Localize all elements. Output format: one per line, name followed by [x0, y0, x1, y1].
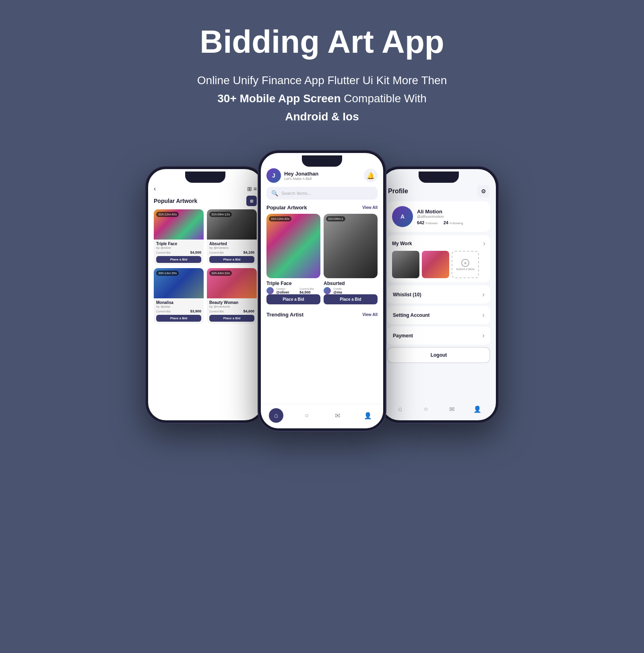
submit-work-box[interactable]: + Submit a Work — [452, 251, 479, 278]
search-bar[interactable]: 🔍 Search Items... — [266, 187, 378, 200]
center-art-details-absurted: Creato @ma — [333, 287, 378, 294]
center-creator-row-absurted: Creato @ma — [324, 287, 378, 294]
artwork-card-beauty-woman[interactable]: 32h:44m:32s Beauty Woman by @mantunis Cu… — [207, 268, 257, 324]
followers-count: 642 — [417, 220, 424, 225]
user-info: J Hey Jonathan Let's Make A Bid! — [266, 168, 318, 183]
popular-title: Popular Artwork — [266, 205, 307, 211]
my-work-chevron[interactable] — [483, 239, 485, 248]
trending-section-header: Trending Artist View All — [261, 309, 383, 318]
center-timer-absurted: 31h:09m:1 — [326, 216, 345, 221]
right-screen: Profile ⚙ A Ali Motion @alihusnimotion 6… — [382, 169, 496, 420]
center-card-img-absurted: 31h:09m:1 — [324, 214, 378, 278]
bid-label-triple: Current Bid — [156, 251, 170, 254]
center-creator-val-triple: @oliver — [276, 290, 297, 294]
artwork-title-absurted: Absurted — [209, 242, 254, 246]
payment-label: Payment — [393, 333, 413, 339]
header-section: Bidding Art App Online Unify Finance App… — [129, 0, 515, 142]
bid-btn-monalisa[interactable]: Place a Bid — [156, 315, 201, 322]
center-bottom-nav: ⌂ ○ ✉ 👤 — [261, 404, 383, 428]
left-notch — [185, 172, 225, 183]
filter-icon[interactable]: ⊞ ≡ — [247, 186, 257, 192]
timer-beauty: 32h:44m:32s — [209, 271, 232, 276]
artwork-card-triple-face[interactable]: 31h:12m:42s Triple Face by @oliver Curre… — [154, 209, 204, 265]
nav-home[interactable]: ⌂ — [269, 408, 283, 423]
view-all-popular[interactable]: View All — [362, 205, 378, 210]
wishlist-label: Whislist (10) — [393, 292, 421, 298]
menu-item-settings[interactable]: Setting Account — [387, 306, 490, 324]
followers-label: Follower — [425, 221, 438, 225]
greeting-text: Hey Jonathan — [284, 171, 318, 177]
bid-label-monalisa: Current Bid — [156, 310, 170, 313]
center-art-info-absurted: Absurted Creato @ma Place a Bid — [324, 278, 378, 305]
right-nav-profile[interactable]: 👤 — [470, 402, 485, 416]
settings-label: Setting Account — [393, 312, 430, 318]
artwork-image-triple: 31h:12m:42s — [154, 209, 204, 240]
left-phone: ‹ ⊞ ≡ Popular Artwork ⊞ 31h:12m:42s Trip… — [145, 166, 266, 424]
center-card-absurted[interactable]: 31h:09m:1 Absurted Creato @ma — [324, 214, 378, 305]
app-title: Bidding Art App — [137, 24, 507, 60]
bell-button[interactable]: 🔔 — [364, 169, 378, 182]
payment-chevron — [482, 331, 485, 340]
submit-work-label: Submit a Work — [456, 268, 475, 271]
work-thumb-2[interactable] — [422, 251, 449, 278]
center-screen: J Hey Jonathan Let's Make A Bid! 🔔 🔍 Sea… — [261, 153, 383, 428]
profile-details: Ali Motion @alihusnimotion 642 Follower … — [417, 209, 463, 225]
grid-view-icon[interactable]: ⊞ — [246, 196, 257, 206]
right-bottom-nav: ⌂ ○ ✉ 👤 — [382, 402, 496, 416]
profile-name: Ali Motion — [417, 209, 463, 215]
bid-row-triple: Current Bid $4,500 — [156, 250, 201, 254]
nav-explore[interactable]: ○ — [299, 408, 314, 423]
work-thumb-1[interactable] — [392, 251, 419, 278]
artwork-card-monalisa[interactable]: 30h:14m:35s Monalisa by @paijo Current B… — [154, 268, 204, 324]
following-label: Following — [450, 221, 463, 225]
timer-monalisa: 30h:14m:35s — [156, 271, 179, 276]
search-icon: 🔍 — [271, 190, 278, 196]
right-nav-mail[interactable]: ✉ — [444, 402, 459, 416]
subtitle-line1: Online Unify Finance App Flutter Ui Kit … — [197, 74, 447, 87]
center-creator-label-absurted: Creato — [333, 287, 378, 290]
center-img-absurted: 31h:09m:1 — [324, 214, 378, 278]
right-nav-home[interactable]: ⌂ — [393, 402, 407, 416]
bid-btn-triple[interactable]: Place a Bid — [156, 256, 201, 263]
profile-avatar: A — [392, 206, 413, 227]
center-art-info-triple: Triple Face Creator @oliver Current Bid … — [266, 278, 320, 305]
nav-mail[interactable]: ✉ — [330, 408, 345, 423]
profile-stats: 642 Follower 24 Following — [417, 220, 463, 225]
right-nav-explore[interactable]: ○ — [419, 402, 433, 416]
gear-button[interactable]: ⚙ — [477, 185, 489, 197]
trending-title: Trending Artist — [266, 312, 303, 318]
user-text: Hey Jonathan Let's Make A Bid! — [284, 171, 318, 181]
logout-button[interactable]: Logout — [387, 347, 490, 363]
artwork-creator-monalisa: by @paijo — [156, 305, 201, 308]
page-wrapper: Bidding Art App Online Unify Finance App… — [129, 0, 515, 464]
center-artwork-grid: 31h:12m:42s Triple Face Creator @oliver — [261, 214, 383, 305]
view-all-trending[interactable]: View All — [362, 312, 378, 317]
logout-label: Logout — [431, 352, 447, 358]
popular-section-header: Popular Artwork View All — [261, 205, 383, 214]
subtitle-line2: Compatible With — [344, 92, 426, 105]
stat-following: 24 Following — [444, 220, 463, 225]
back-icon[interactable]: ‹ — [154, 185, 156, 192]
my-work-title: My Work — [392, 241, 412, 246]
center-bid-btn-triple[interactable]: Place a Bid — [266, 294, 320, 304]
center-art-details-triple: Creator @oliver — [276, 287, 297, 294]
center-creator-label-triple: Creator — [276, 287, 297, 290]
center-creator-val-absurted: @ma — [333, 290, 378, 294]
center-art-title-absurted: Absurted — [324, 281, 378, 286]
center-phone: J Hey Jonathan Let's Make A Bid! 🔔 🔍 Sea… — [258, 150, 386, 432]
menu-item-payment[interactable]: Payment — [387, 326, 490, 345]
center-card-img-triple: 31h:12m:42s — [266, 214, 320, 278]
menu-item-wishlist[interactable]: Whislist (10) — [387, 285, 490, 304]
center-bid-btn-absurted[interactable]: Place a Bid — [324, 294, 378, 304]
artwork-card-absurted[interactable]: 31h:09m:12s Absurted by @mariano Current… — [207, 209, 257, 265]
bid-btn-absurted[interactable]: Place a Bid — [209, 256, 254, 263]
phones-container: ‹ ⊞ ≡ Popular Artwork ⊞ 31h:12m:42s Trip… — [129, 142, 515, 464]
bid-btn-beauty[interactable]: Place a Bid — [209, 315, 254, 322]
bid-label-beauty: Current Bid — [209, 310, 223, 313]
center-small-avatar-triple — [266, 287, 274, 294]
nav-profile[interactable]: 👤 — [361, 408, 375, 423]
center-art-title-triple: Triple Face — [266, 281, 320, 286]
app-subtitle: Online Unify Finance App Flutter Ui Kit … — [137, 72, 507, 126]
artwork-title-monalisa: Monalisa — [156, 300, 201, 305]
center-card-triple[interactable]: 31h:12m:42s Triple Face Creator @oliver — [266, 214, 320, 305]
